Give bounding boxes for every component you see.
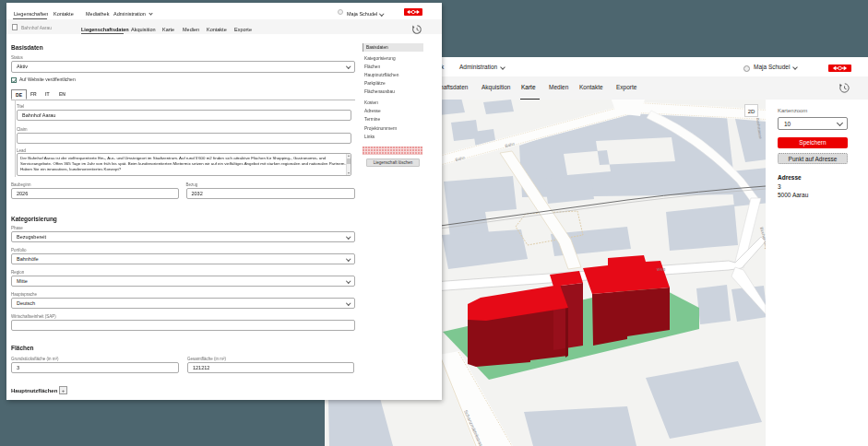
svg-text:Weg: Weg [657,266,666,272]
